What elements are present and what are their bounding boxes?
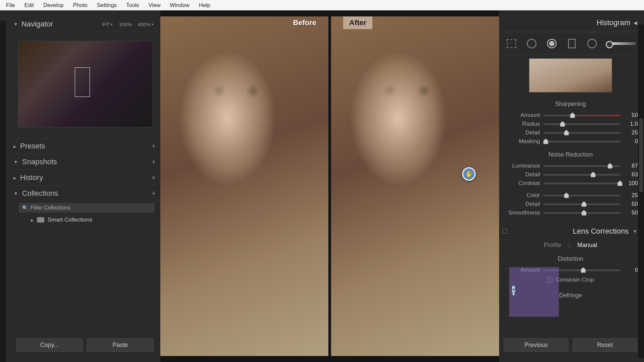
sharpen-amount-slider[interactable]: Amount 50 (502, 111, 639, 120)
sharpen-masking-slider[interactable]: Masking 0 (502, 137, 639, 146)
after-label: After (343, 16, 372, 29)
crop-tool-icon[interactable] (505, 38, 518, 49)
right-scrollbar[interactable] (638, 24, 644, 358)
sharpening-title: Sharpening (502, 99, 639, 111)
graduated-filter-tool-icon[interactable] (566, 38, 578, 49)
noise-reduction-title: Noise Reduction (502, 149, 639, 162)
chevron-down-icon: ▼ (13, 191, 18, 196)
hand-cursor-icon: ✋ (462, 167, 476, 181)
preview-area: Before After ✋ (160, 10, 499, 362)
add-preset-icon[interactable]: + (151, 142, 156, 150)
zoom-100[interactable]: 100% (119, 21, 131, 27)
before-label: Before (287, 16, 322, 29)
history-section[interactable]: History × (13, 170, 158, 185)
menu-settings[interactable]: Settings (92, 0, 122, 10)
chevron-down-icon[interactable]: ▼ (13, 21, 18, 27)
noise-color-detail-slider[interactable]: Detail 50 (502, 200, 639, 208)
presets-section[interactable]: Presets + (13, 138, 158, 154)
clear-history-icon[interactable]: × (151, 173, 156, 182)
tab-profile[interactable]: Profile (544, 242, 561, 249)
zoom-fit[interactable]: FIT◆ (102, 21, 113, 27)
menu-tools[interactable]: Tools (121, 0, 144, 10)
tool-strip (502, 32, 639, 55)
spot-removal-tool-icon[interactable] (525, 38, 538, 49)
panel-toggle-icon[interactable] (502, 229, 507, 234)
navigator-header[interactable]: ▼ Navigator FIT◆ 100% 400%◆ (13, 17, 158, 32)
snapshots-section[interactable]: ▼Snapshots + (13, 154, 158, 170)
zoom-400[interactable]: 400%◆ (138, 21, 154, 27)
adjustment-brush-tool-icon[interactable] (608, 42, 636, 45)
menu-file[interactable]: File (1, 0, 20, 10)
previous-button[interactable]: Previous (504, 338, 569, 352)
redeye-tool-icon[interactable] (545, 38, 558, 49)
histogram-header[interactable]: Histogram ◀ (502, 16, 639, 32)
noise-smoothness-slider[interactable]: Smoothness 50 (502, 208, 639, 217)
folder-icon (37, 217, 44, 223)
lens-corrections-header[interactable]: Lens Corrections ▼ (502, 222, 639, 239)
add-collection-icon[interactable]: + (151, 189, 156, 198)
lens-tabs: Profile | Manual (502, 239, 639, 253)
menubar[interactable]: File Edit Develop Photo Settings Tools V… (0, 0, 644, 10)
sharpen-detail-slider[interactable]: Detail 25 (502, 128, 639, 137)
before-preview[interactable]: Before (160, 16, 328, 356)
radial-filter-tool-icon[interactable] (586, 38, 598, 49)
detail-thumbnail[interactable] (529, 58, 612, 93)
paste-button[interactable]: Paste (87, 338, 154, 352)
chevron-down-icon: ▼ (13, 159, 18, 165)
search-icon: 🔍 (22, 205, 28, 210)
chevron-down-icon[interactable]: ▼ (633, 229, 637, 234)
menu-window[interactable]: Window (165, 0, 194, 10)
menu-develop[interactable]: Develop (39, 0, 68, 10)
navigator-title: Navigator (21, 20, 53, 28)
navigator-viewport-rect[interactable] (75, 67, 90, 97)
sharpen-radius-slider[interactable]: Radius 1.0 (502, 120, 639, 128)
noise-contrast-slider[interactable]: Contrast 100 (502, 179, 639, 188)
chevron-right-icon (13, 143, 16, 149)
after-preview[interactable]: After ✋ (331, 16, 499, 356)
left-panel: ▼ Navigator FIT◆ 100% 400%◆ Presets + ▼S… (0, 10, 160, 362)
chevron-left-icon[interactable]: ◀ (634, 20, 637, 25)
menu-help[interactable]: Help (194, 0, 215, 10)
noise-detail-slider[interactable]: Detail 63 (502, 170, 639, 179)
menu-view[interactable]: View (144, 0, 165, 10)
filter-collections-input[interactable]: 🔍 Filter Collections (19, 203, 154, 213)
chevron-right-icon (13, 175, 16, 181)
add-snapshot-icon[interactable]: + (151, 158, 156, 166)
collections-section[interactable]: ▼Collections + (13, 185, 158, 201)
noise-luminance-slider[interactable]: Luminance 87 (502, 162, 639, 170)
copy-button[interactable]: Copy... (16, 338, 83, 352)
chevron-right-icon (31, 217, 34, 223)
reset-button[interactable]: Reset (573, 338, 637, 352)
right-panel: Histogram ◀ Sharpening Amount 50 Radius … (499, 10, 644, 362)
navigator-thumbnail[interactable] (18, 41, 153, 127)
noise-color-slider[interactable]: Color 25 (502, 191, 639, 200)
tab-manual[interactable]: Manual (577, 242, 597, 249)
menu-photo[interactable]: Photo (68, 0, 92, 10)
smart-collections-item[interactable]: Smart Collections (13, 215, 158, 225)
menu-edit[interactable]: Edit (20, 0, 39, 10)
distortion-title: Distortion (502, 253, 639, 266)
